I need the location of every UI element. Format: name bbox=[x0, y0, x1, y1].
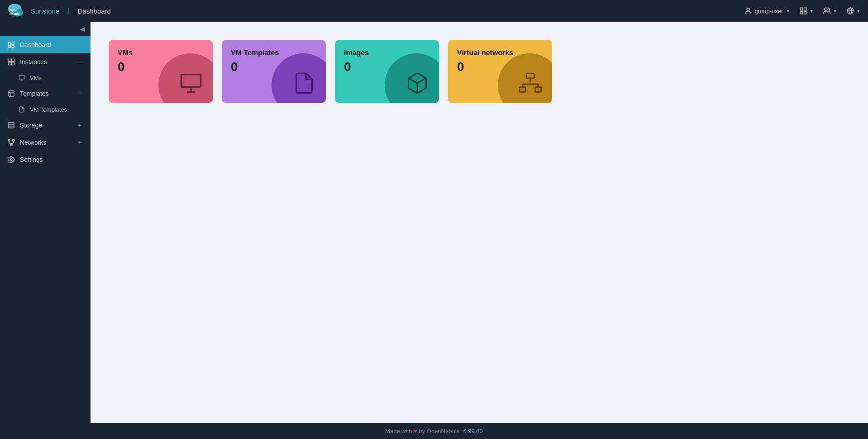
users-chevron: ▼ bbox=[833, 9, 837, 14]
topbar-right: group-user ▼ ▼ ▼ ▼ bbox=[744, 7, 861, 15]
instances-toggle[interactable]: − bbox=[76, 58, 83, 66]
instances-icon bbox=[7, 58, 15, 66]
templates-icon bbox=[7, 90, 15, 98]
grid-icon bbox=[799, 7, 807, 15]
main-content: VMs 0 VM Templates 0 bbox=[91, 22, 868, 423]
svg-rect-43 bbox=[526, 73, 534, 78]
sidebar-item-label-instances: Instances bbox=[20, 58, 72, 66]
sidebar-item-templates[interactable]: Templates − bbox=[0, 85, 91, 102]
sidebar-item-label-networks: Networks bbox=[20, 139, 72, 146]
card-images[interactable]: Images 0 bbox=[335, 40, 439, 103]
card-vnet[interactable]: Virtual networks 0 bbox=[448, 40, 552, 103]
main-layout: ◀ Dashboard Instances − bbox=[0, 22, 868, 423]
topbar: Open Nebula Sunstone | Dashboard group-u… bbox=[0, 0, 868, 22]
footer-made-with: Made with bbox=[385, 428, 412, 434]
sidebar-item-label-dashboard: Dashboard bbox=[20, 41, 83, 48]
networks-icon bbox=[7, 138, 15, 146]
svg-rect-19 bbox=[12, 59, 14, 61]
card-vms-label: VMs bbox=[118, 49, 204, 57]
svg-rect-45 bbox=[535, 87, 541, 92]
users-icon bbox=[823, 7, 831, 15]
grid-chevron: ▼ bbox=[809, 9, 814, 14]
footer-by: by OpenNebula bbox=[419, 428, 459, 434]
svg-rect-20 bbox=[8, 62, 11, 65]
topbar-separator: | bbox=[67, 7, 69, 15]
logo-area[interactable]: Open Nebula bbox=[7, 3, 25, 19]
dashboard-cards: VMs 0 VM Templates 0 bbox=[109, 40, 850, 103]
svg-point-10 bbox=[825, 8, 827, 10]
vmtemplate-icon bbox=[18, 106, 25, 113]
svg-point-5 bbox=[747, 8, 749, 11]
globe-icon bbox=[846, 7, 854, 15]
svg-rect-9 bbox=[804, 12, 806, 14]
card-vmtemplates[interactable]: VM Templates 0 bbox=[222, 40, 326, 103]
app-name: Sunstone bbox=[31, 7, 59, 15]
svg-rect-39 bbox=[181, 75, 200, 87]
sidebar-item-networks[interactable]: Networks + bbox=[0, 134, 91, 151]
sidebar-item-settings[interactable]: Settings bbox=[0, 151, 91, 168]
user-chevron: ▼ bbox=[786, 9, 790, 14]
vm-icon bbox=[18, 74, 25, 81]
opennebula-logo: Open Nebula bbox=[7, 3, 25, 19]
sidebar-item-label-vmtemplates: VM Templates bbox=[30, 106, 67, 113]
footer-version: 6.99.80 bbox=[463, 428, 482, 434]
footer-heart: ♥ bbox=[414, 428, 417, 434]
card-images-label: Images bbox=[344, 49, 430, 57]
users-menu[interactable]: ▼ bbox=[823, 7, 837, 15]
topbar-left: Open Nebula Sunstone | Dashboard bbox=[7, 3, 111, 19]
svg-rect-6 bbox=[801, 8, 803, 10]
svg-rect-22 bbox=[19, 76, 24, 79]
svg-rect-31 bbox=[8, 139, 10, 141]
svg-rect-25 bbox=[9, 91, 14, 96]
sidebar-item-label-storage: Storage bbox=[20, 122, 72, 129]
svg-text:Nebula: Nebula bbox=[10, 12, 19, 15]
networks-toggle[interactable]: + bbox=[76, 139, 83, 146]
card-vmtemplates-label: VM Templates bbox=[231, 49, 317, 57]
grid-menu[interactable]: ▼ bbox=[799, 7, 814, 15]
sidebar-collapse-button[interactable]: ◀ bbox=[0, 22, 91, 36]
sidebar-item-label-vms: VMs bbox=[30, 75, 42, 81]
dashboard-icon bbox=[7, 41, 15, 49]
settings-icon bbox=[7, 156, 15, 164]
svg-rect-7 bbox=[804, 8, 806, 10]
svg-rect-21 bbox=[12, 62, 14, 65]
sidebar-item-dashboard[interactable]: Dashboard bbox=[0, 36, 91, 53]
svg-rect-18 bbox=[8, 59, 11, 61]
page-title: Dashboard bbox=[78, 7, 111, 15]
footer: Made with ♥ by OpenNebula 6.99.80 bbox=[0, 423, 868, 439]
svg-text:Open: Open bbox=[10, 9, 17, 12]
globe-menu[interactable]: ▼ bbox=[846, 7, 861, 15]
templates-toggle[interactable]: − bbox=[76, 90, 83, 97]
svg-point-38 bbox=[10, 159, 12, 160]
svg-rect-8 bbox=[801, 12, 803, 14]
storage-toggle[interactable]: + bbox=[76, 122, 83, 129]
storage-icon bbox=[7, 121, 15, 129]
card-vnet-icon bbox=[519, 71, 542, 95]
card-vmtemplates-icon bbox=[292, 71, 316, 95]
sidebar-item-vms[interactable]: VMs bbox=[0, 71, 91, 85]
sidebar-item-storage[interactable]: Storage + bbox=[0, 117, 91, 134]
svg-rect-14 bbox=[9, 42, 11, 44]
svg-rect-17 bbox=[12, 45, 14, 47]
globe-chevron: ▼ bbox=[856, 9, 861, 14]
svg-rect-16 bbox=[9, 45, 11, 47]
card-vms-icon bbox=[179, 71, 203, 95]
user-menu[interactable]: group-user ▼ bbox=[744, 7, 791, 15]
card-images-icon bbox=[405, 71, 429, 95]
sidebar-item-instances[interactable]: Instances − bbox=[0, 53, 91, 71]
svg-rect-28 bbox=[9, 123, 14, 128]
sidebar-item-label-templates: Templates bbox=[20, 90, 72, 97]
sidebar: ◀ Dashboard Instances − bbox=[0, 22, 91, 423]
svg-rect-32 bbox=[13, 139, 14, 141]
user-icon bbox=[744, 7, 752, 15]
svg-rect-44 bbox=[520, 87, 525, 92]
sidebar-item-label-settings: Settings bbox=[20, 156, 83, 163]
svg-rect-15 bbox=[12, 42, 14, 44]
user-label: group-user bbox=[755, 8, 783, 14]
card-vnet-label: Virtual networks bbox=[457, 49, 543, 57]
sidebar-item-vmtemplates[interactable]: VM Templates bbox=[0, 102, 91, 117]
card-vms[interactable]: VMs 0 bbox=[109, 40, 213, 103]
